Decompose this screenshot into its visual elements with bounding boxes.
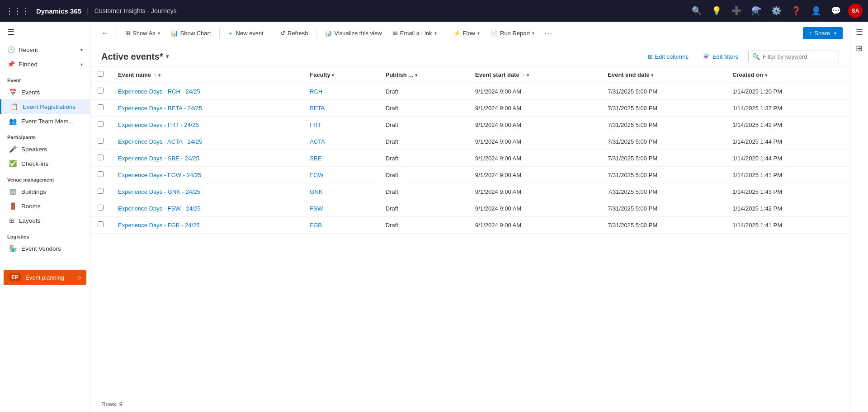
event-name-link-3[interactable]: Experience Days - ACTA - 24/25 bbox=[118, 138, 202, 145]
event-name-link-4[interactable]: Experience Days - SBE - 24/25 bbox=[118, 155, 199, 162]
col-event-start-date[interactable]: Event start date ↑ ▾ bbox=[468, 66, 600, 83]
row-start-date-3: 9/1/2024 9:00 AM bbox=[468, 133, 600, 150]
brand-separator: | bbox=[87, 6, 89, 16]
faculty-link-1[interactable]: BETA bbox=[310, 105, 325, 112]
row-faculty-3: ACTA bbox=[302, 133, 378, 150]
edit-columns-button[interactable]: ⊞ Edit columns bbox=[643, 51, 693, 62]
sidebar-item-buildings[interactable]: 🏢 Buildings bbox=[0, 184, 90, 199]
settings-icon[interactable]: ⚙️ bbox=[771, 6, 781, 16]
sidebar-item-pinned[interactable]: 📌 Pinned ▾ bbox=[0, 57, 90, 71]
event-name-link-8[interactable]: Experience Days - FGB - 24/25 bbox=[118, 222, 200, 229]
email-link-label: Email a Link bbox=[400, 30, 432, 37]
select-all-checkbox[interactable] bbox=[98, 71, 104, 77]
row-checkbox-7[interactable] bbox=[98, 205, 104, 211]
share-button[interactable]: ↑ Share ▾ bbox=[803, 27, 843, 39]
right-panel-icon-1[interactable]: ☰ bbox=[856, 27, 863, 37]
event-vendors-label: Event Vendors bbox=[21, 245, 61, 252]
hamburger-icon[interactable]: ☰ bbox=[0, 22, 90, 42]
footer-ep-badge: EP bbox=[9, 273, 21, 281]
refresh-button[interactable]: ↺ Refresh bbox=[276, 28, 313, 39]
search-icon[interactable]: 🔍 bbox=[692, 6, 702, 16]
event-name-link-5[interactable]: Experience Days - FGW - 24/25 bbox=[118, 172, 201, 178]
chat-icon[interactable]: 💬 bbox=[831, 6, 841, 16]
visualize-button[interactable]: 📊 Visualize this view bbox=[320, 28, 386, 39]
footer-label: Event planning bbox=[25, 274, 64, 281]
edit-filters-button[interactable]: ⚗️ Edit filters bbox=[698, 51, 743, 62]
table-row: Experience Days - FRT - 24/25 FRT Draft … bbox=[90, 117, 850, 133]
flow-button[interactable]: ⚡ Flow ▾ bbox=[449, 28, 484, 39]
apps-icon[interactable]: ⋮⋮⋮ bbox=[5, 6, 30, 16]
faculty-link-4[interactable]: SBE bbox=[310, 155, 321, 162]
faculty-link-0[interactable]: RCH bbox=[310, 88, 322, 95]
add-icon[interactable]: ➕ bbox=[731, 6, 741, 16]
row-checkbox-5[interactable] bbox=[98, 171, 104, 177]
col-faculty[interactable]: Faculty ▾ bbox=[302, 66, 378, 83]
faculty-link-6[interactable]: GNK bbox=[310, 188, 322, 195]
row-checkbox-3[interactable] bbox=[98, 138, 104, 144]
sidebar-item-speakers[interactable]: 🎤 Speakers bbox=[0, 142, 90, 156]
faculty-link-7[interactable]: FSW bbox=[310, 205, 323, 212]
show-chart-button[interactable]: 📊 Show Chart bbox=[166, 28, 216, 39]
row-end-date-4: 7/31/2025 5:00 PM bbox=[600, 150, 725, 167]
run-report-button[interactable]: 📄 Run Report ▾ bbox=[486, 28, 539, 39]
row-publish-status-4: Draft bbox=[378, 150, 468, 167]
table-header-row: Event name ↑ ▾ Faculty ▾ Publish ... ▾ E… bbox=[90, 66, 850, 83]
row-checkbox-6[interactable] bbox=[98, 188, 104, 194]
buildings-label: Buildings bbox=[21, 188, 46, 195]
sidebar-item-checkins[interactable]: ✅ Check-ins bbox=[0, 156, 90, 171]
row-checkbox-2[interactable] bbox=[98, 121, 104, 127]
sidebar-item-recent[interactable]: 🕐 Recent ▾ bbox=[0, 42, 90, 57]
faculty-link-2[interactable]: FRT bbox=[310, 122, 321, 128]
col-event-name[interactable]: Event name ↑ ▾ bbox=[111, 66, 302, 83]
run-report-icon: 📄 bbox=[491, 30, 498, 37]
faculty-link-3[interactable]: ACTA bbox=[310, 138, 325, 145]
brand-name: Dynamics 365 bbox=[36, 7, 81, 15]
event-name-link-0[interactable]: Experience Days - RCH - 24/25 bbox=[118, 88, 200, 95]
filter-icon[interactable]: ⚗️ bbox=[751, 6, 761, 16]
more-options-button[interactable]: ⋯ bbox=[541, 27, 556, 40]
event-name-link-7[interactable]: Experience Days - FSW - 24/25 bbox=[118, 205, 201, 212]
event-name-link-2[interactable]: Experience Days - FRT - 24/25 bbox=[118, 122, 199, 128]
event-name-link-1[interactable]: Experience Days - BETA - 24/25 bbox=[118, 105, 202, 112]
row-event-name-4: Experience Days - SBE - 24/25 bbox=[111, 150, 302, 167]
show-as-button[interactable]: ⊞ Show As ▾ bbox=[121, 28, 165, 39]
row-checkbox-0[interactable] bbox=[98, 88, 104, 94]
filter-keyword-input[interactable] bbox=[763, 53, 835, 60]
sidebar: ☰ 🕐 Recent ▾ 📌 Pinned ▾ Event 📅 Events 📋… bbox=[0, 22, 90, 412]
sidebar-item-event-vendors[interactable]: 🏪 Event Vendors bbox=[0, 241, 90, 256]
lightbulb-icon[interactable]: 💡 bbox=[712, 6, 722, 16]
event-name-link-6[interactable]: Experience Days - GNK - 24/25 bbox=[118, 188, 200, 195]
help-icon[interactable]: ❓ bbox=[791, 6, 801, 16]
row-checkbox-cell bbox=[90, 83, 111, 100]
sidebar-item-layouts[interactable]: ⊞ Layouts bbox=[0, 213, 90, 228]
row-checkbox-4[interactable] bbox=[98, 154, 104, 160]
sidebar-item-events[interactable]: 📅 Events bbox=[0, 85, 90, 99]
row-checkbox-8[interactable] bbox=[98, 221, 104, 227]
col-created-on[interactable]: Created on ▾ bbox=[725, 66, 850, 83]
view-title-text: Active events* bbox=[101, 52, 163, 62]
back-button[interactable]: ← bbox=[98, 27, 113, 40]
row-event-name-2: Experience Days - FRT - 24/25 bbox=[111, 117, 302, 133]
person-icon[interactable]: 👤 bbox=[811, 6, 821, 16]
row-checkbox-1[interactable] bbox=[98, 104, 104, 110]
col-event-end-date[interactable]: Event end date ▾ bbox=[600, 66, 725, 83]
avatar[interactable]: SA bbox=[848, 4, 863, 18]
view-title-chevron[interactable]: ▾ bbox=[166, 53, 169, 60]
faculty-link-8[interactable]: FGB bbox=[310, 222, 322, 229]
col-publish-status[interactable]: Publish ... ▾ bbox=[378, 66, 468, 83]
row-count: Rows: 9 bbox=[101, 401, 123, 407]
new-event-button[interactable]: ＋ New event bbox=[223, 27, 268, 40]
row-faculty-0: RCH bbox=[302, 83, 378, 100]
faculty-link-5[interactable]: FGW bbox=[310, 172, 323, 178]
sidebar-item-rooms[interactable]: 🚪 Rooms bbox=[0, 199, 90, 213]
sidebar-item-event-registrations[interactable]: 📋 Event Registrations bbox=[0, 99, 90, 114]
row-end-date-1: 7/31/2025 5:00 PM bbox=[600, 100, 725, 117]
email-link-button[interactable]: ✉ Email a Link ▾ bbox=[388, 28, 441, 39]
row-faculty-6: GNK bbox=[302, 183, 378, 200]
right-panel-icon-2[interactable]: ⊞ bbox=[856, 43, 863, 53]
toolbar-sep-2 bbox=[219, 28, 220, 39]
sidebar-footer-item[interactable]: EP Event planning ◇ bbox=[4, 270, 86, 285]
row-publish-status-6: Draft bbox=[378, 183, 468, 200]
row-created-on-1: 1/14/2025 1:37 PM bbox=[725, 100, 850, 117]
sidebar-item-event-team[interactable]: 👥 Event Team Mem... bbox=[0, 114, 90, 128]
